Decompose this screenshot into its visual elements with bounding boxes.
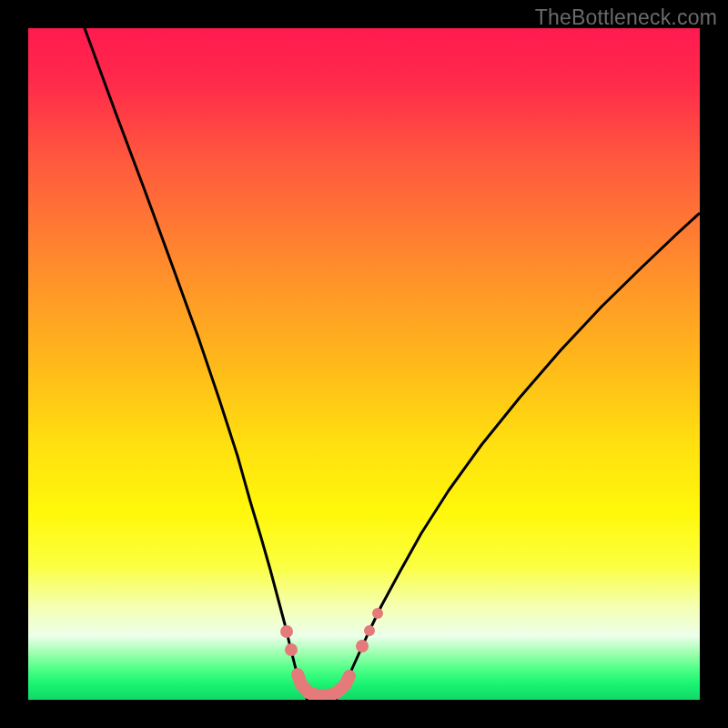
- marker-dot-l2: [285, 643, 298, 656]
- marker-dot-r1: [356, 640, 369, 652]
- plot-area: [28, 28, 700, 700]
- series-valley-floor: [298, 674, 349, 696]
- series-right-branch: [336, 213, 700, 700]
- watermark-text: TheBottleneck.com: [535, 5, 717, 30]
- marker-dot-r2: [364, 625, 375, 636]
- chart-curves: [28, 28, 700, 700]
- series-left-branch: [85, 28, 308, 700]
- outer-frame: TheBottleneck.com: [0, 0, 728, 728]
- marker-dot-l1: [280, 625, 293, 638]
- marker-dot-r3: [372, 608, 383, 619]
